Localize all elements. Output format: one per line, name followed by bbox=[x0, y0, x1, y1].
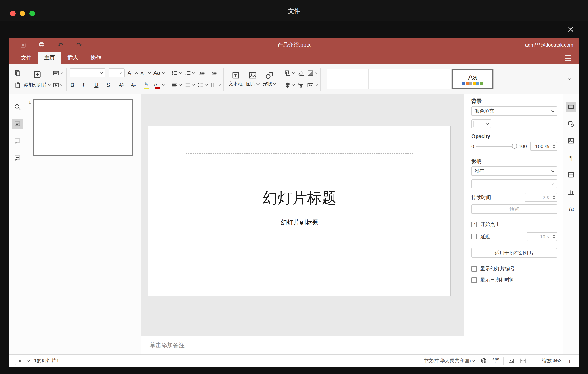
textart-settings-icon[interactable]: Ta bbox=[566, 204, 576, 214]
decrease-indent-button[interactable] bbox=[197, 68, 206, 77]
chart-settings-icon[interactable] bbox=[566, 187, 576, 197]
paste-button[interactable] bbox=[13, 80, 22, 89]
highlight-color-button[interactable]: ✎ bbox=[142, 80, 151, 89]
fit-slide-icon[interactable] bbox=[507, 356, 516, 365]
menu-icon[interactable] bbox=[565, 55, 571, 61]
slide-layout-button[interactable] bbox=[52, 68, 63, 77]
slide-thumbnail-1[interactable] bbox=[33, 99, 133, 156]
preview-button[interactable]: 预览 bbox=[471, 204, 557, 214]
insert-shape-button[interactable]: 形状 bbox=[261, 71, 277, 87]
increase-indent-button[interactable] bbox=[209, 68, 218, 77]
insert-image-button[interactable]: 图片 bbox=[244, 71, 261, 87]
subscript-button[interactable]: A₂ bbox=[130, 80, 139, 89]
tab-home[interactable]: 主页 bbox=[38, 52, 61, 64]
tab-insert[interactable]: 插入 bbox=[61, 52, 84, 64]
slide-settings-icon[interactable] bbox=[566, 101, 576, 112]
save-button[interactable] bbox=[18, 40, 27, 49]
slideshow-options-chevron[interactable] bbox=[27, 359, 30, 362]
language-value: 中文(中华人民共和国) bbox=[423, 357, 471, 364]
fill-color-button[interactable] bbox=[307, 68, 317, 77]
theme-option-2[interactable] bbox=[369, 69, 410, 89]
bullets-button[interactable] bbox=[171, 68, 181, 77]
insert-textbox-button[interactable]: 文本框 bbox=[227, 71, 244, 87]
vertical-align-button[interactable] bbox=[184, 80, 194, 89]
tab-collaboration[interactable]: 协作 bbox=[84, 52, 108, 64]
document-language-icon[interactable] bbox=[479, 356, 488, 365]
slide-size-button[interactable] bbox=[307, 80, 317, 89]
arrange-shape-button[interactable] bbox=[284, 68, 294, 77]
macos-titlebar: 文件 bbox=[0, 0, 588, 21]
background-fill-select[interactable]: 颜色填充 bbox=[471, 107, 557, 116]
copy-button[interactable] bbox=[13, 68, 22, 77]
subtitle-placeholder[interactable]: 幻灯片副标题 bbox=[186, 215, 413, 257]
theme-option-3[interactable] bbox=[410, 69, 452, 89]
italic-button[interactable]: I bbox=[82, 80, 91, 89]
spellcheck-icon[interactable]: ABC✓ bbox=[492, 358, 499, 364]
redo-button[interactable]: ↷ bbox=[75, 40, 84, 49]
background-color-picker[interactable] bbox=[471, 120, 491, 128]
transition-effect-select[interactable]: 没有 bbox=[471, 166, 557, 176]
feedback-chat-icon[interactable] bbox=[12, 153, 22, 163]
duration-stepper[interactable] bbox=[551, 193, 557, 201]
print-button[interactable] bbox=[37, 40, 46, 49]
opacity-slider-knob[interactable] bbox=[512, 143, 517, 149]
show-slide-number-checkbox[interactable] bbox=[471, 266, 477, 271]
slide-canvas[interactable]: 幻灯片标题 幻灯片副标题 bbox=[141, 94, 464, 336]
close-icon[interactable] bbox=[567, 25, 575, 33]
account-email: adm***@dootask.com bbox=[525, 42, 573, 47]
align-shape-button[interactable] bbox=[284, 80, 294, 89]
delay-checkbox[interactable] bbox=[471, 234, 477, 239]
paragraph-settings-icon[interactable]: ¶ bbox=[566, 153, 576, 163]
image-settings-icon[interactable] bbox=[566, 136, 576, 146]
fit-width-icon[interactable] bbox=[518, 356, 527, 365]
color-swatch bbox=[473, 121, 483, 127]
slide-counter: 1的幻灯片1 bbox=[34, 357, 59, 364]
language-select[interactable]: 中文(中华人民共和国) bbox=[423, 357, 474, 364]
table-settings-icon[interactable] bbox=[566, 170, 576, 180]
show-date-time-label: 显示日期和时间 bbox=[480, 276, 515, 283]
numbering-button[interactable] bbox=[184, 68, 194, 77]
comments-icon[interactable] bbox=[12, 136, 22, 146]
title-placeholder[interactable]: 幻灯片标题 bbox=[186, 154, 413, 214]
opacity-stepper[interactable] bbox=[551, 142, 557, 150]
copy-style-button[interactable] bbox=[296, 80, 305, 89]
undo-button[interactable]: ↶ bbox=[56, 40, 65, 49]
search-icon[interactable] bbox=[12, 101, 22, 112]
columns-button[interactable] bbox=[210, 80, 220, 89]
transition-variant-select[interactable] bbox=[471, 179, 557, 188]
increase-font-button[interactable]: A bbox=[127, 68, 137, 77]
font-name-select[interactable] bbox=[70, 68, 105, 77]
horizontal-align-button[interactable] bbox=[171, 80, 181, 89]
duration-input[interactable]: 2 s bbox=[525, 193, 557, 202]
show-date-time-checkbox[interactable] bbox=[471, 277, 477, 283]
decrease-font-button[interactable]: A bbox=[140, 68, 150, 77]
superscript-button[interactable]: A² bbox=[118, 80, 127, 89]
delay-stepper[interactable] bbox=[551, 233, 557, 241]
theme-gallery-expand-button[interactable] bbox=[564, 75, 573, 83]
slides-panel-icon[interactable] bbox=[12, 119, 22, 129]
opacity-input[interactable]: 100 % bbox=[530, 142, 557, 151]
start-on-click-checkbox[interactable] bbox=[471, 222, 477, 227]
line-spacing-button[interactable] bbox=[197, 80, 207, 89]
strikeout-button[interactable]: S bbox=[106, 80, 115, 89]
apply-to-all-slides-button[interactable]: 适用于所有幻灯片 bbox=[471, 248, 557, 258]
zoom-out-button[interactable]: − bbox=[530, 357, 537, 364]
zoom-in-button[interactable]: + bbox=[566, 357, 573, 364]
shape-settings-icon[interactable] bbox=[566, 119, 576, 129]
underline-button[interactable]: U bbox=[94, 80, 103, 89]
clear-style-button[interactable] bbox=[296, 68, 305, 77]
notes-area[interactable]: 单击添加备注 bbox=[141, 336, 464, 354]
start-slideshow-button[interactable] bbox=[52, 80, 63, 89]
change-case-button[interactable]: Aa bbox=[154, 68, 164, 77]
tab-file[interactable]: 文件 bbox=[15, 52, 38, 64]
theme-option-1[interactable] bbox=[327, 69, 369, 89]
theme-option-selected[interactable]: Aa bbox=[452, 69, 493, 89]
start-slideshow-status-button[interactable] bbox=[15, 357, 25, 365]
add-slide-button[interactable]: 添加幻灯片 bbox=[24, 82, 51, 88]
font-size-select[interactable] bbox=[108, 68, 125, 77]
delay-input[interactable]: 10 s bbox=[527, 232, 557, 241]
opacity-slider[interactable] bbox=[476, 143, 516, 149]
bold-button[interactable]: B bbox=[70, 80, 78, 89]
font-color-button[interactable]: A bbox=[154, 80, 165, 89]
slide-1[interactable]: 幻灯片标题 幻灯片副标题 bbox=[148, 126, 451, 296]
